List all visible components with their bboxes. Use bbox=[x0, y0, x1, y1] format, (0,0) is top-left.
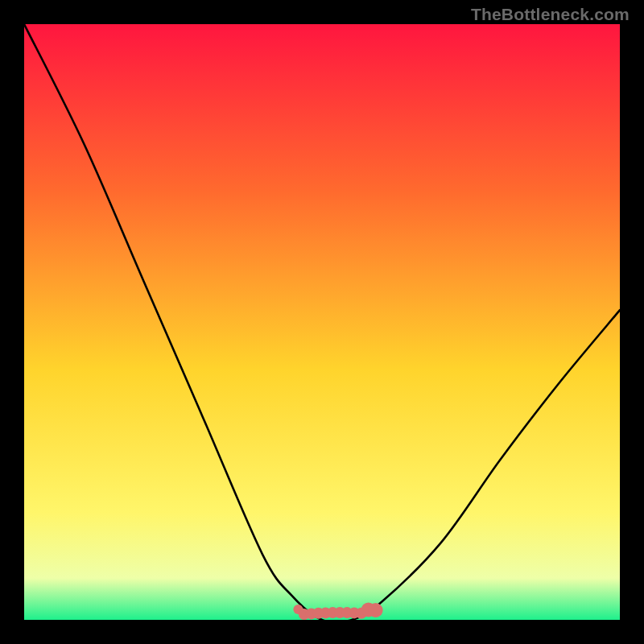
valley-blob bbox=[369, 603, 383, 617]
valley-marker-group bbox=[293, 602, 382, 620]
watermark-text: TheBottleneck.com bbox=[471, 5, 630, 24]
chart-frame: TheBottleneck.com bbox=[0, 0, 644, 644]
plot-area bbox=[24, 24, 620, 620]
valley-markers bbox=[24, 24, 620, 620]
